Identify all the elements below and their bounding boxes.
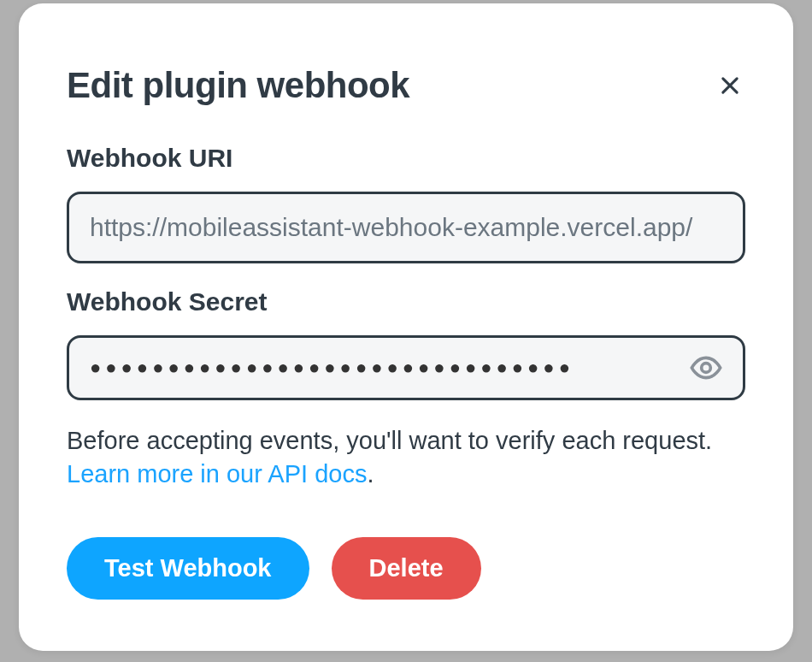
- webhook-uri-label: Webhook URI: [67, 144, 745, 173]
- helper-text: Before accepting events, you'll want to …: [67, 424, 745, 491]
- close-button[interactable]: [715, 70, 745, 101]
- eye-icon: [689, 351, 723, 385]
- api-docs-link[interactable]: Learn more in our API docs: [67, 460, 367, 488]
- helper-text-before: Before accepting events, you'll want to …: [67, 427, 712, 454]
- toggle-secret-visibility-button[interactable]: [682, 344, 730, 392]
- webhook-secret-label: Webhook Secret: [67, 287, 745, 316]
- webhook-secret-input-wrapper: [67, 335, 745, 400]
- webhook-secret-field: Webhook Secret: [67, 287, 745, 400]
- button-row: Test Webhook Delete: [67, 537, 745, 600]
- edit-webhook-modal: Edit plugin webhook Webhook URI Webhook …: [19, 3, 793, 651]
- webhook-secret-input[interactable]: [67, 335, 745, 400]
- helper-text-after: .: [367, 460, 374, 488]
- webhook-uri-input-wrapper: [67, 192, 745, 263]
- webhook-uri-input[interactable]: [67, 192, 745, 263]
- delete-button[interactable]: Delete: [332, 537, 481, 600]
- close-icon: [718, 74, 742, 98]
- modal-title: Edit plugin webhook: [67, 65, 409, 106]
- webhook-uri-field: Webhook URI: [67, 144, 745, 263]
- modal-header: Edit plugin webhook: [67, 65, 745, 106]
- svg-point-2: [702, 364, 711, 373]
- test-webhook-button[interactable]: Test Webhook: [67, 537, 309, 600]
